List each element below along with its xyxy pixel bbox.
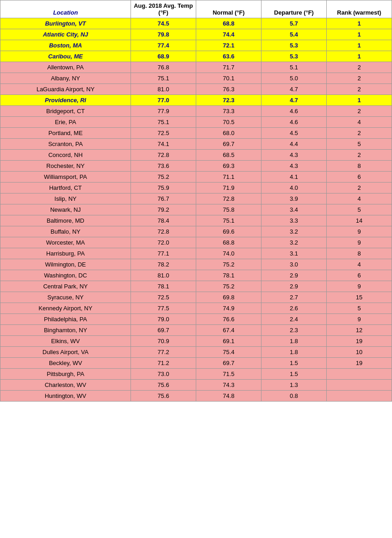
cell-rank: 2 <box>327 106 392 117</box>
cell-normal: 70.1 <box>196 73 261 84</box>
cell-aug-temp: 78.4 <box>131 215 196 226</box>
cell-departure: 5.3 <box>261 40 327 51</box>
cell-normal: 74.8 <box>196 391 261 402</box>
cell-aug-temp: 75.9 <box>131 183 196 193</box>
cell-departure: 3.1 <box>261 248 327 259</box>
cell-aug-temp: 72.0 <box>131 237 196 248</box>
cell-location: Concord, NH <box>0 150 131 161</box>
cell-departure: 5.3 <box>261 51 327 62</box>
cell-aug-temp: 77.0 <box>131 95 196 106</box>
cell-rank: 15 <box>327 292 392 303</box>
col-header-aug-temp: Aug. 2018 Avg. Temp (°F) <box>131 0 196 18</box>
cell-normal: 63.6 <box>196 51 261 62</box>
cell-normal: 68.8 <box>196 237 261 248</box>
cell-location: Syracuse, NY <box>0 292 131 303</box>
cell-rank: 2 <box>327 183 392 193</box>
table-row: Wilmington, DE78.275.23.04 <box>0 259 392 270</box>
cell-departure: 2.6 <box>261 303 327 314</box>
cell-rank: 14 <box>327 215 392 226</box>
cell-aug-temp: 77.4 <box>131 40 196 51</box>
cell-rank: 4 <box>327 193 392 204</box>
cell-normal: 74.9 <box>196 303 261 314</box>
table-row: Albany, NY75.170.15.02 <box>0 73 392 84</box>
cell-rank <box>327 380 392 391</box>
cell-normal: 75.2 <box>196 259 261 270</box>
cell-departure: 0.8 <box>261 391 327 402</box>
cell-departure: 4.6 <box>261 117 327 128</box>
table-row: Newark, NJ79.275.83.45 <box>0 204 392 215</box>
cell-departure: 4.3 <box>261 161 327 172</box>
col-header-departure: Departure (°F) <box>261 0 327 18</box>
cell-rank: 19 <box>327 358 392 369</box>
cell-departure: 4.5 <box>261 128 327 139</box>
cell-aug-temp: 74.1 <box>131 139 196 150</box>
cell-location: Central Park, NY <box>0 281 131 292</box>
cell-location: Hartford, CT <box>0 183 131 193</box>
table-row: Central Park, NY78.175.22.99 <box>0 281 392 292</box>
cell-normal: 75.2 <box>196 281 261 292</box>
cell-normal: 74.4 <box>196 29 261 40</box>
cell-location: Philadelphia, PA <box>0 314 131 325</box>
cell-rank: 8 <box>327 161 392 172</box>
cell-normal: 71.5 <box>196 369 261 380</box>
cell-departure: 1.8 <box>261 336 327 347</box>
cell-location: Rochester, NY <box>0 161 131 172</box>
table-row: Buffalo, NY72.869.63.29 <box>0 226 392 237</box>
cell-rank: 2 <box>327 150 392 161</box>
table-row: Kennedy Airport, NY77.574.92.65 <box>0 303 392 314</box>
cell-aug-temp: 68.9 <box>131 51 196 62</box>
cell-location: Bridgeport, CT <box>0 106 131 117</box>
col-header-normal: Normal (°F) <box>196 0 261 18</box>
cell-normal: 73.3 <box>196 106 261 117</box>
cell-departure: 5.1 <box>261 62 327 73</box>
cell-location: Islip, NY <box>0 193 131 204</box>
cell-location: Erie, PA <box>0 117 131 128</box>
cell-rank: 4 <box>327 259 392 270</box>
cell-location: Allentown, PA <box>0 62 131 73</box>
cell-location: Pittsburgh, PA <box>0 369 131 380</box>
cell-rank: 1 <box>327 51 392 62</box>
cell-normal: 76.3 <box>196 84 261 95</box>
cell-location: Caribou, ME <box>0 51 131 62</box>
cell-normal: 69.6 <box>196 226 261 237</box>
cell-departure: 5.7 <box>261 18 327 29</box>
cell-rank: 2 <box>327 73 392 84</box>
cell-normal: 72.8 <box>196 193 261 204</box>
cell-normal: 75.1 <box>196 215 261 226</box>
table-row: Harrisburg, PA77.174.03.18 <box>0 248 392 259</box>
cell-rank: 5 <box>327 204 392 215</box>
cell-location: Atlantic City, NJ <box>0 29 131 40</box>
table-row: Worcester, MA72.068.83.29 <box>0 237 392 248</box>
table-row: Huntington, WV75.674.80.8 <box>0 391 392 402</box>
cell-aug-temp: 76.8 <box>131 62 196 73</box>
cell-rank: 8 <box>327 248 392 259</box>
cell-normal: 68.8 <box>196 18 261 29</box>
table-row: Burlington, VT74.568.85.71 <box>0 18 392 29</box>
cell-departure: 4.7 <box>261 84 327 95</box>
cell-location: Huntington, WV <box>0 391 131 402</box>
table-row: Bridgeport, CT77.973.34.62 <box>0 106 392 117</box>
table-row: Pittsburgh, PA73.071.51.5 <box>0 369 392 380</box>
cell-normal: 67.4 <box>196 325 261 336</box>
cell-rank: 6 <box>327 172 392 183</box>
table-row: Baltimore, MD78.475.13.314 <box>0 215 392 226</box>
table-row: Providence, RI77.072.34.71 <box>0 95 392 106</box>
cell-rank: 2 <box>327 84 392 95</box>
cell-location: Kennedy Airport, NY <box>0 303 131 314</box>
cell-aug-temp: 77.5 <box>131 303 196 314</box>
table-row: LaGuardia Airport, NY81.076.34.72 <box>0 84 392 95</box>
table-row: Hartford, CT75.971.94.02 <box>0 183 392 193</box>
cell-location: Providence, RI <box>0 95 131 106</box>
cell-aug-temp: 72.8 <box>131 150 196 161</box>
cell-location: Elkins, WV <box>0 336 131 347</box>
table-row: Scranton, PA74.169.74.45 <box>0 139 392 150</box>
cell-location: Newark, NJ <box>0 204 131 215</box>
col-header-rank: Rank (warmest) <box>327 0 392 18</box>
cell-normal: 75.8 <box>196 204 261 215</box>
col-header-location: Location <box>0 0 131 18</box>
table-row: Beckley, WV71.269.71.519 <box>0 358 392 369</box>
cell-normal: 74.3 <box>196 380 261 391</box>
cell-departure: 3.9 <box>261 193 327 204</box>
cell-aug-temp: 77.1 <box>131 248 196 259</box>
cell-aug-temp: 76.7 <box>131 193 196 204</box>
